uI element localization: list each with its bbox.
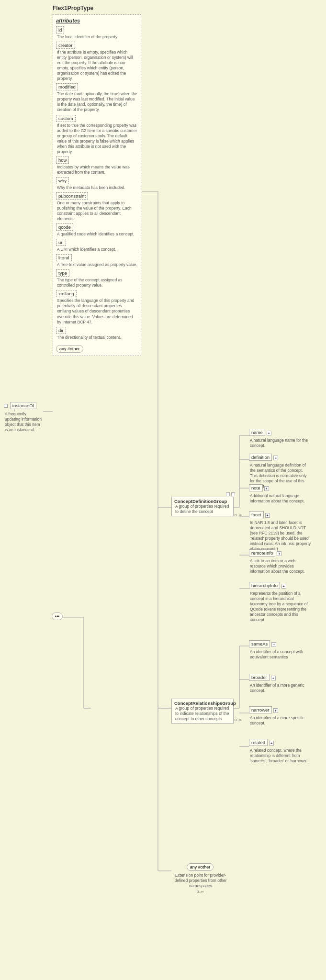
concept-facet-desc: In NAR 1.8 and later, facet is deprecate… [249, 520, 311, 552]
instance-of-desc: A frequently updating information object… [4, 412, 42, 433]
attr-why: why Why the metadata has been included. [56, 177, 138, 190]
attr-id: id The local identifier of the property. [56, 26, 138, 40]
concept-remoteinfo-desc: A link to an item or a web resource whic… [249, 558, 311, 574]
concept-definition-group-label: ConceptDefinitionGroup [174, 499, 231, 504]
attr-creator: creator If the attribute is empty, speci… [56, 42, 138, 81]
concept-definition-group-box: ConceptDefinitionGroup A group of proper… [171, 497, 234, 516]
rel-narrower-desc: An identifier of a more specific concept… [249, 715, 311, 726]
attr-id-label: id [56, 26, 64, 33]
rel-broader-desc: An identifier of a more generic concept. [249, 683, 311, 693]
attr-literal-label: literal [56, 254, 72, 261]
attr-literal: literal A free-text value assigned as pr… [56, 254, 138, 267]
concept-name-desc: A natural language name for the concept. [249, 438, 311, 448]
rel-sameas-expand[interactable]: + [271, 642, 276, 647]
page-title: Flex1PropType [53, 5, 321, 11]
concept-hierarchyinfo-desc: Represents the position of a concept in … [249, 591, 311, 623]
any-other-main: any #other [56, 343, 138, 353]
concept-item-name: name + A natural language name for the c… [249, 429, 311, 448]
attr-custom-desc: If set to true the corresponding propert… [56, 123, 138, 155]
rel-item-narrower: narrower + An identifier of a more speci… [249, 706, 311, 726]
concept-rel-mult-text: 0..∞ [235, 718, 242, 722]
concept-note-expand[interactable]: + [264, 486, 269, 491]
attr-modified: modified The date (and, optionally, the … [56, 83, 138, 112]
attr-qcode-label: qcode [56, 223, 73, 231]
ellipsis-connector: ••• [52, 612, 63, 620]
attr-why-label: why [56, 177, 69, 184]
any-other-bottom-btn[interactable]: any #other [187, 863, 214, 871]
concept-remoteinfo-label: remoteInfo [249, 549, 275, 557]
attr-why-desc: Why the metadata has been included. [56, 185, 138, 190]
attr-dir-desc: The directionality of textual content. [56, 335, 138, 340]
any-other-bottom-mult: 0..∞ [171, 890, 229, 894]
attr-uri: uri A URI which identifies a concept. [56, 239, 138, 252]
attr-qcode-desc: A qualified code which identifies a conc… [56, 232, 138, 237]
concept-item-facet: facet + In NAR 1.8 and later, facet is d… [249, 511, 311, 552]
concept-note-desc: Additional natural language information … [249, 493, 311, 504]
concept-name-expand[interactable]: + [267, 431, 271, 435]
any-other-bottom-section: any #other Extension point for provider-… [171, 861, 229, 894]
any-other-bottom-desc: Extension point for provider-defined pro… [171, 873, 229, 889]
attributes-box-title: attributes [56, 18, 138, 23]
rel-item-sameas: sameAs + An identifier of a concept with… [249, 640, 311, 660]
attr-pubconstraint-label: pubconstraint [56, 192, 88, 200]
attr-dir-label: dir [56, 327, 66, 334]
concept-note-label: note [249, 484, 263, 491]
rel-narrower-expand[interactable]: + [273, 708, 278, 713]
attr-xmllang-label: xmllang [56, 290, 77, 297]
attr-qcode: qcode A qualified code which identifies … [56, 223, 138, 237]
attr-how-label: how [56, 156, 69, 164]
concept-remoteinfo-expand[interactable]: + [277, 551, 281, 556]
rel-narrower-label: narrower [249, 706, 272, 713]
attr-custom-label: custom [56, 115, 76, 122]
concept-name-label: name [249, 429, 265, 436]
attr-dir: dir The directionality of textual conten… [56, 327, 138, 340]
ellipsis-node-left: ••• [52, 612, 63, 620]
concept-facet-expand[interactable]: + [265, 513, 270, 518]
rel-related-desc: A related concept, where the relationshi… [249, 748, 311, 764]
attr-uri-label: uri [56, 239, 66, 246]
any-other-main-btn[interactable]: any #other [56, 345, 83, 353]
page-container: Flex1PropType attributes id The local id… [0, 0, 326, 980]
concept-relationships-group-label: ConceptRelationshipsGroup [174, 701, 231, 706]
attr-type-label: type [56, 269, 69, 277]
attr-how: how Indicates by which means the value w… [56, 156, 138, 175]
concept-relationships-group-box: ConceptRelationshipsGroup A group of pro… [171, 699, 234, 724]
attr-custom: custom If set to true the corresponding … [56, 115, 138, 155]
attributes-box: attributes id The local identifier of th… [53, 14, 141, 356]
attr-xmllang-desc: Specifies the language of this property … [56, 298, 138, 324]
attr-id-desc: The local identifier of the property. [56, 34, 138, 40]
rel-broader-expand[interactable]: + [271, 676, 276, 680]
attr-creator-desc: If the attribute is empty, specifies whi… [56, 50, 138, 81]
concept-hierarchyinfo-expand[interactable]: + [281, 584, 286, 589]
rel-related-expand[interactable]: + [269, 741, 274, 746]
concept-definition-expand[interactable]: + [273, 456, 278, 460]
attr-pubconstraint: pubconstraint One or many constraints th… [56, 192, 138, 222]
attr-type: type The type of the concept assigned as… [56, 269, 138, 288]
attr-how-desc: Indicates by which means the value was e… [56, 165, 138, 175]
rel-sameas-label: sameAs [249, 640, 270, 647]
concept-definition-group-desc: A group of properties required to define… [174, 504, 231, 514]
concept-definition-label: definition [249, 454, 272, 461]
attr-type-desc: The type of the concept assigned as cont… [56, 278, 138, 288]
rel-sameas-desc: An identifier of a concept with equivale… [249, 649, 311, 660]
rel-item-broader: broader + An identifier of a more generi… [249, 674, 311, 693]
concept-item-note: note + Additional natural language infor… [249, 484, 311, 504]
attr-creator-label: creator [56, 42, 75, 49]
concept-facet-label: facet [249, 511, 264, 518]
attr-xmllang: xmllang Specifies the language of this p… [56, 290, 138, 324]
attr-pubconstraint-desc: One or many constraints that apply to pu… [56, 200, 138, 222]
concept-item-remoteinfo: remoteInfo + A link to an item or a web … [249, 549, 311, 574]
rel-broader-label: broader [249, 674, 270, 681]
instance-of-connector [4, 404, 8, 408]
attr-literal-desc: A free-text value assigned as property v… [56, 262, 138, 267]
attr-uri-desc: A URI which identifies a concept. [56, 247, 138, 252]
attr-modified-desc: The date (and, optionally, the time) whe… [56, 91, 138, 112]
concept-hierarchyinfo-label: hierarchyInfo [249, 582, 280, 589]
concept-item-hierarchyinfo: hierarchyInfo + Represents the position … [249, 582, 311, 623]
rel-item-related: related + A related concept, where the r… [249, 739, 311, 764]
instance-of-label: instanceOf [10, 402, 36, 409]
concept-relationships-group-desc: A group of properties required to indica… [174, 706, 231, 722]
concept-def-mult-text: 0..∞ [235, 513, 242, 517]
concept-def-group-mult [226, 492, 235, 496]
rel-related-label: related [249, 739, 268, 746]
